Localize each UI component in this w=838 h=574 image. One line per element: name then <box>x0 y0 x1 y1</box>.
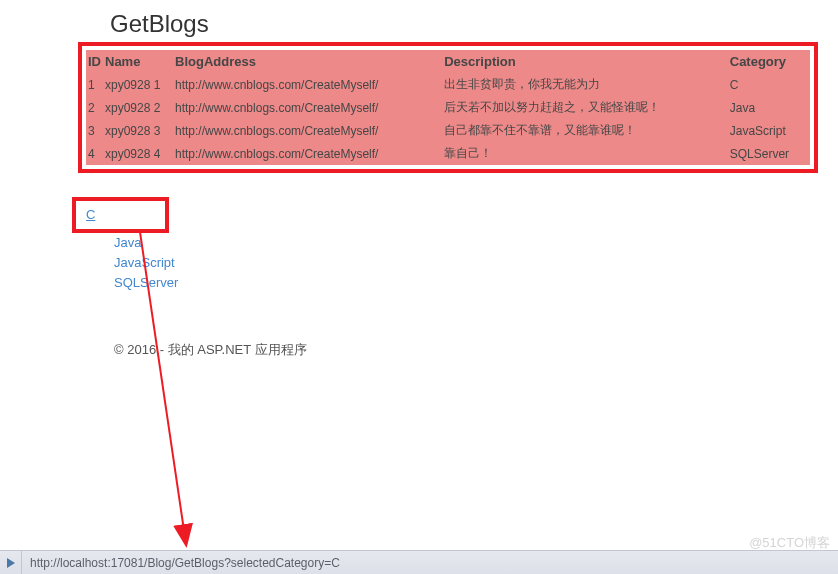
col-name: Name <box>103 50 173 73</box>
cell-description: 自己都靠不住不靠谱，又能靠谁呢！ <box>442 119 728 142</box>
cell-description: 后天若不加以努力赶超之，又能怪谁呢！ <box>442 96 728 119</box>
status-play-icon[interactable] <box>0 551 22 574</box>
cell-address: http://www.cnblogs.com/CreateMyself/ <box>173 96 442 119</box>
cell-address: http://www.cnblogs.com/CreateMyself/ <box>173 73 442 96</box>
cell-category: JavaScript <box>728 119 810 142</box>
category-link-c[interactable]: C <box>86 205 95 225</box>
status-bar: http://localhost:17081/Blog/GetBlogs?sel… <box>0 550 838 574</box>
cell-address: http://www.cnblogs.com/CreateMyself/ <box>173 142 442 165</box>
table-row: 3 xpy0928 3 http://www.cnblogs.com/Creat… <box>86 119 810 142</box>
cell-id: 4 <box>86 142 103 165</box>
cell-name: xpy0928 1 <box>103 73 173 96</box>
footer-text: © 2016 - 我的 ASP.NET 应用程序 <box>114 341 838 359</box>
col-category: Category <box>728 50 810 73</box>
cell-address: http://www.cnblogs.com/CreateMyself/ <box>173 119 442 142</box>
category-link-java[interactable]: Java <box>114 233 838 253</box>
cell-id: 3 <box>86 119 103 142</box>
category-link-sqlserver[interactable]: SQLServer <box>114 273 838 293</box>
category-links: C Java JavaScript SQLServer <box>114 197 838 293</box>
table-row: 4 xpy0928 4 http://www.cnblogs.com/Creat… <box>86 142 810 165</box>
col-description: Description <box>442 50 728 73</box>
table-highlight-box: ID Name BlogAddress Description Category… <box>78 42 818 173</box>
status-url: http://localhost:17081/Blog/GetBlogs?sel… <box>22 556 838 570</box>
cell-name: xpy0928 4 <box>103 142 173 165</box>
cell-category: C <box>728 73 810 96</box>
cell-name: xpy0928 3 <box>103 119 173 142</box>
svg-marker-2 <box>7 558 15 568</box>
col-address: BlogAddress <box>173 50 442 73</box>
cell-description: 出生非贫即贵，你我无能为力 <box>442 73 728 96</box>
cell-category: Java <box>728 96 810 119</box>
table-row: 2 xpy0928 2 http://www.cnblogs.com/Creat… <box>86 96 810 119</box>
cell-category: SQLServer <box>728 142 810 165</box>
page-title: GetBlogs <box>110 10 838 38</box>
blogs-table: ID Name BlogAddress Description Category… <box>86 50 810 165</box>
category-link-javascript[interactable]: JavaScript <box>114 253 838 273</box>
cell-description: 靠自己！ <box>442 142 728 165</box>
first-category-highlight-box: C <box>72 197 169 233</box>
table-row: 1 xpy0928 1 http://www.cnblogs.com/Creat… <box>86 73 810 96</box>
cell-id: 2 <box>86 96 103 119</box>
col-id: ID <box>86 50 103 73</box>
cell-name: xpy0928 2 <box>103 96 173 119</box>
cell-id: 1 <box>86 73 103 96</box>
